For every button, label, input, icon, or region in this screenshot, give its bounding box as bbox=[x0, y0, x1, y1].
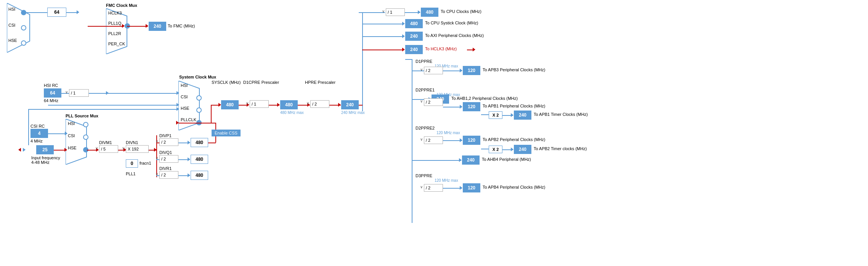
d2ppre2-arrow bbox=[460, 138, 462, 142]
divq1-output-val: 480 bbox=[196, 157, 203, 162]
sysclk-hsi-dot bbox=[196, 95, 202, 101]
fmc-hclk3-label: HCLK3 bbox=[108, 11, 122, 15]
fmc-red-arrow-out bbox=[146, 24, 148, 28]
ahb4-val: 240 bbox=[467, 157, 475, 163]
hsi-rc-div-select[interactable]: / 1 / 2 bbox=[69, 89, 89, 97]
pqr-bus-v bbox=[156, 135, 157, 177]
input-freq-label: Input frequency bbox=[31, 155, 60, 160]
box64-top-val: 64 bbox=[54, 10, 59, 15]
d1cpre-div-select[interactable]: / 1 / 2 bbox=[250, 100, 269, 108]
ahb4-line bbox=[412, 160, 461, 161]
d1ppre-120-val: 120 bbox=[468, 68, 475, 73]
pll-csi-dot bbox=[83, 135, 88, 140]
d1cpre-arrow-in bbox=[247, 103, 249, 107]
systick-line bbox=[362, 24, 404, 24]
hse-to-sysclk-h bbox=[28, 109, 178, 110]
d3ppre-max: 120 MHz max bbox=[435, 178, 458, 183]
pll-src-csi-label: CSI bbox=[68, 133, 75, 138]
csi-input-label: CSI bbox=[8, 23, 15, 27]
hpre-div-select[interactable]: / 2 / 1 / 4 bbox=[310, 100, 329, 108]
pll-src-title: PLL Source Mux bbox=[66, 114, 98, 118]
d1ppre-div-select[interactable]: / 2 / 1 bbox=[424, 67, 443, 74]
apb4-val: 120 bbox=[468, 185, 475, 191]
fmc-red-arrow-in bbox=[122, 24, 125, 28]
divr1-select[interactable]: / 2 / 1 bbox=[159, 171, 178, 179]
divp1-output-box: 480 bbox=[191, 138, 208, 147]
systick-label: To CPU Systick Clock (MHz) bbox=[425, 21, 478, 25]
fracn1-val: 0 bbox=[131, 161, 133, 166]
hclk3-label: To HCLK3 (MHz) bbox=[425, 46, 457, 51]
csi-mux-dot bbox=[21, 25, 26, 30]
divr1-line-in bbox=[156, 175, 159, 176]
d2ppre1-arrow bbox=[460, 105, 462, 109]
apb2-box: 120 bbox=[463, 136, 480, 145]
sysclk-red-v1 bbox=[211, 105, 212, 123]
axi-arrow bbox=[402, 34, 405, 38]
d3ppre-label-text: D3PPRE bbox=[416, 173, 432, 178]
cpu-clk-val: 480 bbox=[426, 10, 433, 15]
cpu-clk-label: To CPU Clocks (MHz) bbox=[441, 9, 481, 14]
hpre-240-val: 240 bbox=[346, 102, 354, 107]
hsi-input-label: HSI bbox=[8, 7, 15, 11]
hsi-rc-box: 64 bbox=[44, 88, 61, 98]
cpu-div-select[interactable]: / 1 bbox=[386, 8, 405, 16]
hsi-rc-freq: 64 MHz bbox=[44, 98, 58, 103]
hclk3-red-arrow bbox=[402, 48, 405, 51]
hclk3-val: 240 bbox=[410, 47, 418, 52]
hse-to-sysclk-arrow bbox=[176, 107, 179, 111]
divp1-select[interactable]: / 2 / 1 bbox=[159, 138, 178, 146]
apb2-label: To APB2 Peripheral Clocks (MHz) bbox=[483, 137, 545, 142]
d2ppre1-div-select[interactable]: / 2 / 1 bbox=[424, 98, 443, 106]
divr1-label: DIVR1 bbox=[159, 166, 172, 171]
fmc-pll1q-label: PLL1Q bbox=[108, 21, 121, 26]
d2ppre2-div-select[interactable]: / 2 / 1 bbox=[424, 136, 443, 144]
csi-to-sysclk-line bbox=[48, 105, 178, 106]
systick-arrow bbox=[402, 22, 405, 26]
d1cpre-label: D1CPRE Prescaler bbox=[243, 80, 279, 85]
enable-css-button[interactable]: Enable CSS bbox=[212, 130, 241, 136]
secondary-bus-connect bbox=[405, 59, 412, 60]
divp1-arrow bbox=[188, 141, 190, 144]
fracn1-box: 0 bbox=[126, 159, 138, 168]
csi-rc-box: 4 bbox=[30, 129, 48, 138]
x2-box-1: X 2 bbox=[489, 111, 502, 119]
hsi-rc-label: HSI RC bbox=[44, 83, 58, 88]
d3ppre-div-select[interactable]: / 2 / 1 bbox=[424, 184, 443, 192]
fmc-output-box: 240 bbox=[149, 22, 166, 31]
hpre-arrow-out bbox=[338, 103, 341, 107]
hsi-to-box64 bbox=[26, 12, 47, 13]
divn1-select[interactable]: X 192 X 100 bbox=[126, 145, 149, 153]
hsi-rc-line1 bbox=[61, 93, 69, 94]
divm1-select[interactable]: / 5 / 1 / 2 bbox=[99, 145, 118, 153]
fmc-perck-label: PER_CK bbox=[108, 42, 125, 46]
cpu-clk-box: 480 bbox=[421, 8, 438, 17]
cpu-clk-line bbox=[362, 12, 385, 13]
clock-diagram: HSI CSI HSE 64 FMC Clock Mux HCLK3 PLL1Q… bbox=[0, 0, 868, 266]
d1cpre-480-val: 480 bbox=[285, 102, 293, 107]
main-bus-v bbox=[362, 12, 363, 111]
hclk3-red-line bbox=[362, 50, 404, 50]
divp1-output-val: 480 bbox=[196, 140, 203, 145]
pll-src-hse-label: HSE bbox=[68, 146, 77, 150]
apb2-timer-arrow bbox=[511, 147, 513, 151]
fmc-title: FMC Clock Mux bbox=[106, 3, 137, 8]
ahb4-label: To AHB4 Peripheral (MHz) bbox=[482, 157, 531, 162]
fmc-red-line-in bbox=[88, 26, 124, 27]
sysclk-csi-label: CSI bbox=[181, 95, 188, 99]
apb2-timer-box: 240 bbox=[514, 145, 531, 154]
apb2-timer-line1 bbox=[481, 149, 489, 149]
fracn1-label: fracn1 bbox=[140, 161, 151, 165]
divr1-output-box: 480 bbox=[191, 171, 208, 180]
apb2-timer-val: 240 bbox=[519, 147, 526, 152]
divq1-line-in bbox=[156, 159, 159, 160]
hclk3-final-arrow bbox=[473, 48, 475, 51]
divp1-label: DIVP1 bbox=[159, 133, 172, 138]
pll-to-sysclk-arrow bbox=[176, 121, 179, 125]
pll-to-sysclk-h2 bbox=[178, 123, 216, 123]
d1cpre-max: 480 MHz max bbox=[280, 111, 304, 115]
csi-to-pll-line bbox=[48, 133, 67, 134]
divq1-select[interactable]: / 2 / 1 bbox=[159, 155, 178, 163]
hpre-240-box: 240 bbox=[341, 100, 359, 109]
hsi-to-sysclk-arrow bbox=[176, 91, 179, 95]
d1ppre-line-out bbox=[443, 71, 462, 71]
